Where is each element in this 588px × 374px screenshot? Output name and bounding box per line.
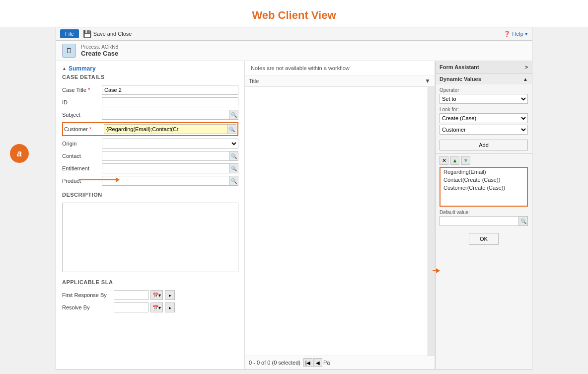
product-lookup-icon[interactable]: 🔍: [229, 176, 238, 186]
dynamic-values-label: Dynamic Values: [440, 76, 481, 82]
customer-field-wrapper: Customer * 🔍: [62, 122, 238, 136]
expand-icon[interactable]: >: [525, 65, 528, 70]
save-close-button[interactable]: 💾 Save and Close: [83, 30, 132, 38]
process-bar: 🗒 Process: ACRN8 Create Case: [56, 41, 532, 61]
left-form: ▲ Summary CASE DETAILS Case Title *: [56, 61, 245, 369]
process-icon: 🗒: [62, 44, 76, 58]
operator-select[interactable]: Set to: [440, 94, 528, 104]
page-label: Pa: [323, 360, 330, 366]
summary-link[interactable]: ▲ Summary: [62, 65, 238, 72]
resolve-by-cal-btn[interactable]: ▸: [165, 302, 175, 312]
annotation-arrowhead: [116, 177, 120, 182]
product-input[interactable]: [102, 176, 229, 186]
notes-label: Notes are not available within a workflo…: [245, 61, 435, 75]
resolve-by-row: Resolve By 📅▾ ▸: [62, 302, 238, 312]
subject-input[interactable]: [102, 110, 229, 120]
dynamic-values-arrow-icon: ▲: [523, 76, 528, 82]
default-value-section: Default value: 🔍: [436, 207, 532, 229]
entitlement-lookup-icon[interactable]: 🔍: [229, 163, 238, 173]
form-assistant-header: Form Assistant >: [436, 61, 532, 74]
dv-item-1[interactable]: Contact(Create (Case)): [441, 176, 527, 184]
case-title-label: Case Title *: [62, 87, 102, 93]
entitlement-input[interactable]: [102, 163, 229, 173]
look-for-select[interactable]: Create (Case): [440, 113, 528, 123]
case-title-input[interactable]: [102, 85, 238, 95]
dv-list: Regarding(Email) Contact(Create (Case)) …: [440, 167, 528, 207]
dynamic-values-section: Dynamic Values ▲ Operator Set to: [436, 74, 532, 154]
operator-row: Operator Set to: [440, 87, 528, 104]
sla-section: APPLICABLE SLA First Response By 📅▾ ▸ Re…: [62, 279, 238, 312]
annotation-arrow-dv: [433, 270, 440, 271]
dynamic-values-header[interactable]: Dynamic Values ▲: [436, 74, 532, 84]
help-button[interactable]: ❓ Help ▾: [504, 31, 528, 37]
required-star: *: [88, 87, 90, 93]
default-value-input[interactable]: [440, 216, 519, 226]
origin-row: Origin: [62, 139, 238, 149]
pagination-text: 0 - 0 of 0 (0 selected): [249, 360, 300, 366]
id-row: ID: [62, 97, 238, 107]
save-icon: 💾: [83, 30, 91, 38]
subject-row: Subject 🔍: [62, 110, 238, 120]
origin-select[interactable]: [102, 139, 238, 149]
first-response-cal-btn[interactable]: ▸: [165, 290, 175, 300]
prev-page-button[interactable]: ◀: [313, 358, 322, 367]
add-button[interactable]: Add: [440, 140, 528, 150]
summary-text: Summary: [69, 65, 96, 72]
toolbar: File 💾 Save and Close ❓ Help ▾: [56, 27, 532, 41]
subject-lookup-icon[interactable]: 🔍: [229, 110, 238, 120]
product-row: Product 🔍: [62, 176, 238, 186]
look-for-sub-select[interactable]: Customer: [440, 125, 528, 135]
title-column-label: Title: [249, 78, 259, 84]
contact-row: Contact 🔍: [62, 151, 238, 161]
dynamic-values-body: Operator Set to Look for: Create (Case): [436, 84, 532, 153]
default-value-field: 🔍: [440, 216, 528, 226]
contact-lookup-icon[interactable]: 🔍: [229, 151, 238, 161]
resolve-by-label: Resolve By: [62, 304, 112, 310]
dv-toolbar: ✕ ▲ ▼: [436, 154, 532, 167]
resolve-by-input[interactable]: [114, 302, 148, 312]
customer-label: Customer *: [64, 126, 104, 132]
dv-up-button[interactable]: ▲: [450, 156, 459, 165]
grid-scrollbar[interactable]: [428, 87, 435, 356]
pagination-bar: 0 - 0 of 0 (0 selected) |◀ ◀ Pa: [245, 356, 435, 369]
case-details-header: CASE DETAILS: [62, 74, 238, 81]
dv-delete-button[interactable]: ✕: [440, 156, 448, 165]
middle-panel: Notes are not available within a workflo…: [245, 61, 435, 369]
grid-area: [245, 87, 428, 356]
look-for-label: Look for:: [440, 107, 528, 112]
first-response-row: First Response By 📅▾ ▸: [62, 290, 238, 300]
customer-row: Customer * 🔍: [64, 124, 236, 134]
case-title-row: Case Title *: [62, 85, 238, 95]
ok-button[interactable]: OK: [469, 233, 499, 245]
annotation-arrowhead-dv: [436, 268, 440, 273]
dv-down-button[interactable]: ▼: [461, 156, 470, 165]
ok-btn-row: OK: [436, 229, 532, 249]
default-value-lookup-icon[interactable]: 🔍: [519, 216, 528, 226]
annotation-arrow: [78, 179, 119, 180]
dv-item-2[interactable]: Customer(Create (Case)): [441, 184, 527, 192]
page-title: Web Client View: [0, 0, 588, 27]
first-response-input[interactable]: [114, 290, 148, 300]
form-assistant-panel: Form Assistant > Dynamic Values ▲ Operat: [435, 61, 532, 369]
description-header: DESCRIPTION: [62, 192, 238, 199]
description-section: DESCRIPTION: [62, 192, 238, 273]
customer-lookup-icon[interactable]: 🔍: [227, 124, 236, 134]
filter-icon[interactable]: ▼: [425, 77, 431, 84]
contact-input[interactable]: [102, 151, 229, 161]
process-name: Create Case: [81, 50, 118, 57]
first-page-button[interactable]: |◀: [303, 358, 312, 367]
first-response-label: First Response By: [62, 292, 112, 298]
first-response-date-btn[interactable]: 📅▾: [150, 290, 163, 300]
file-button[interactable]: File: [60, 29, 79, 38]
sla-header: APPLICABLE SLA: [62, 279, 238, 286]
operator-label: Operator: [440, 87, 528, 93]
description-textarea[interactable]: [62, 203, 238, 272]
id-input[interactable]: [102, 97, 238, 107]
dv-item-0[interactable]: Regarding(Email): [441, 168, 527, 176]
product-label: Product: [62, 178, 102, 184]
default-value-label: Default value:: [440, 210, 528, 215]
id-label: ID: [62, 99, 102, 105]
form-assistant-title: Form Assistant: [440, 64, 479, 70]
customer-input[interactable]: [104, 124, 227, 134]
resolve-by-date-btn[interactable]: 📅▾: [150, 302, 163, 312]
